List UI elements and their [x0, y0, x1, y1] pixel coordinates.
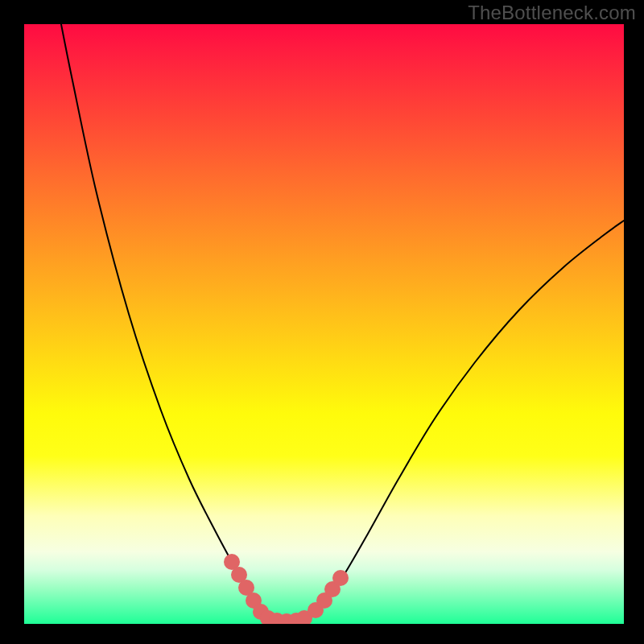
- watermark-text: TheBottleneck.com: [468, 2, 636, 24]
- plot-area: [24, 24, 624, 624]
- bottleneck-curve: [60, 24, 624, 621]
- marker-dot: [332, 570, 349, 586]
- chart-svg: [24, 24, 624, 624]
- chart-frame: TheBottleneck.com: [0, 0, 644, 644]
- marker-dots-group: [224, 554, 349, 624]
